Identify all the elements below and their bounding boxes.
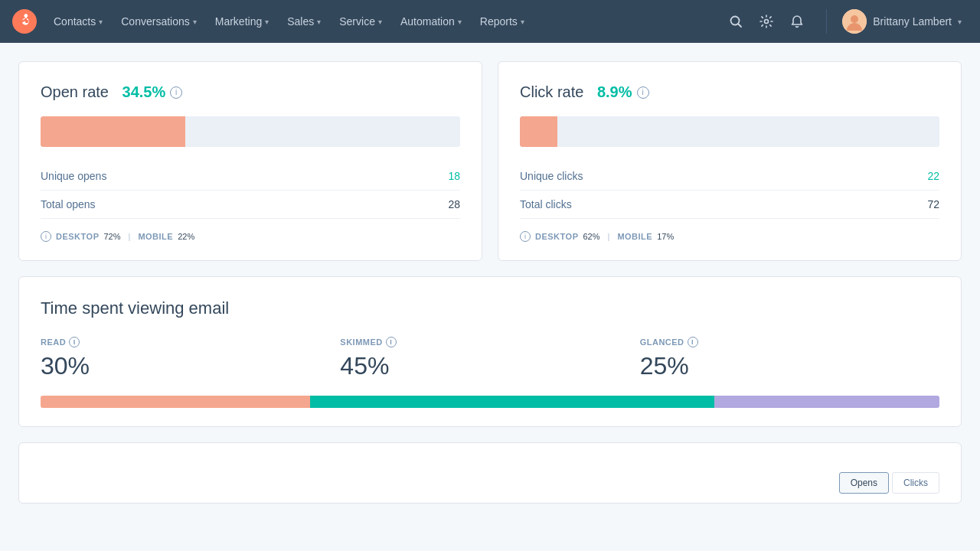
- chevron-down-icon: ▾: [378, 18, 382, 26]
- total-clicks-label: Total clicks: [520, 198, 572, 210]
- chevron-down-icon: ▾: [458, 18, 462, 26]
- desktop-value: 72%: [103, 232, 120, 241]
- chevron-down-icon: ▾: [193, 18, 197, 26]
- nav-marketing[interactable]: Marketing ▾: [207, 11, 276, 32]
- open-rate-card: Open rate 34.5% i Unique opens 18 Total …: [18, 61, 482, 261]
- open-rate-title: Open rate 34.5% i: [41, 83, 460, 101]
- notifications-button[interactable]: [783, 8, 811, 35]
- glanced-metric: GLANCED i 25%: [640, 337, 939, 380]
- nav-divider: [826, 9, 827, 34]
- search-button[interactable]: [722, 8, 750, 35]
- open-rate-bar-fill: [41, 116, 185, 147]
- read-label: READ i: [41, 337, 340, 347]
- metrics-row: Open rate 34.5% i Unique opens 18 Total …: [18, 61, 962, 261]
- chevron-down-icon: ▾: [99, 18, 103, 26]
- skimmed-bar-segment: [310, 396, 714, 408]
- click-mobile-label: MOBILE: [617, 232, 652, 241]
- unique-clicks-label: Unique clicks: [520, 170, 583, 182]
- open-rate-value: 34.5%: [122, 83, 166, 101]
- footer-separator: |: [129, 232, 131, 241]
- user-chevron-icon: ▾: [958, 18, 962, 26]
- settings-button[interactable]: [753, 8, 780, 35]
- navbar: Contacts ▾ Conversations ▾ Marketing ▾ S…: [0, 0, 980, 43]
- click-rate-info-icon[interactable]: i: [637, 86, 649, 99]
- click-footer-info-icon[interactable]: i: [520, 231, 531, 242]
- glanced-value: 25%: [640, 352, 939, 380]
- toggle-buttons: Opens Clicks: [839, 472, 939, 494]
- skimmed-label: SKIMMED i: [340, 337, 639, 347]
- bottom-card: Opens Clicks: [18, 442, 962, 504]
- click-desktop-value: 62%: [583, 232, 599, 241]
- nav-service[interactable]: Service ▾: [332, 11, 390, 32]
- nav-contacts[interactable]: Contacts ▾: [46, 11, 110, 32]
- unique-clicks-value: 22: [927, 170, 939, 182]
- nav-sales[interactable]: Sales ▾: [279, 11, 328, 32]
- unique-opens-value: 18: [448, 170, 460, 182]
- skimmed-metric: SKIMMED i 45%: [340, 337, 639, 380]
- skimmed-value: 45%: [340, 352, 639, 380]
- mobile-label: MOBILE: [138, 232, 173, 241]
- time-metrics-row: READ i 30% SKIMMED i 45% GLANCED i 25%: [41, 337, 939, 380]
- click-rate-bar-fill: [520, 116, 557, 147]
- chevron-down-icon: ▾: [265, 18, 269, 26]
- click-mobile-value: 17%: [657, 232, 674, 241]
- glanced-label: GLANCED i: [640, 337, 939, 347]
- mobile-value: 22%: [178, 232, 194, 241]
- click-rate-title: Click rate 8.9% i: [520, 83, 939, 101]
- user-name: Brittany Lambert: [873, 15, 952, 28]
- avatar: [842, 9, 867, 34]
- svg-point-3: [765, 20, 769, 24]
- glanced-bar-segment: [714, 396, 939, 408]
- unique-opens-row: Unique opens 18: [41, 162, 460, 191]
- time-spent-card: Time spent viewing email READ i 30% SKIM…: [18, 276, 962, 427]
- read-value: 30%: [41, 352, 340, 380]
- click-rate-value: 8.9%: [597, 83, 632, 101]
- skimmed-info-icon[interactable]: i: [386, 337, 397, 347]
- click-desktop-label: DESKTOP: [535, 232, 578, 241]
- read-bar-segment: [41, 396, 310, 408]
- desktop-label: DESKTOP: [56, 232, 99, 241]
- total-opens-row: Total opens 28: [41, 191, 460, 219]
- click-rate-card: Click rate 8.9% i Unique clicks 22 Total…: [498, 61, 962, 261]
- read-metric: READ i 30%: [41, 337, 340, 380]
- glanced-info-icon[interactable]: i: [688, 337, 698, 347]
- svg-point-5: [851, 15, 858, 23]
- open-rate-bar: [41, 116, 460, 147]
- open-rate-footer: i DESKTOP 72% | MOBILE 22%: [41, 231, 460, 242]
- unique-opens-label: Unique opens: [41, 170, 106, 182]
- nav-icon-group: [722, 8, 811, 35]
- svg-point-1: [731, 17, 740, 25]
- click-rate-footer: i DESKTOP 62% | MOBILE 17%: [520, 231, 939, 242]
- total-clicks-row: Total clicks 72: [520, 191, 939, 219]
- time-card-title: Time spent viewing email: [41, 298, 939, 318]
- total-opens-value: 28: [448, 198, 460, 210]
- read-info-icon[interactable]: i: [69, 337, 80, 347]
- unique-clicks-row: Unique clicks 22: [520, 162, 939, 191]
- nav-automation[interactable]: Automation ▾: [393, 11, 469, 32]
- svg-line-2: [739, 24, 742, 28]
- opens-toggle-button[interactable]: Opens: [839, 472, 889, 494]
- user-menu[interactable]: Brittany Lambert ▾: [836, 6, 968, 37]
- total-clicks-value: 72: [927, 198, 939, 210]
- open-rate-info-icon[interactable]: i: [170, 86, 182, 99]
- nav-conversations[interactable]: Conversations ▾: [113, 11, 204, 32]
- chevron-down-icon: ▾: [521, 18, 524, 26]
- footer-info-icon[interactable]: i: [41, 231, 51, 242]
- clicks-toggle-button[interactable]: Clicks: [892, 472, 939, 494]
- nav-reports[interactable]: Reports ▾: [472, 11, 532, 32]
- hubspot-logo[interactable]: [12, 9, 37, 34]
- time-stacked-bar: [41, 396, 939, 408]
- chevron-down-icon: ▾: [317, 18, 321, 26]
- total-opens-label: Total opens: [41, 198, 96, 210]
- click-footer-separator: |: [608, 232, 610, 241]
- main-content: Open rate 34.5% i Unique opens 18 Total …: [0, 43, 980, 522]
- click-rate-bar: [520, 116, 939, 147]
